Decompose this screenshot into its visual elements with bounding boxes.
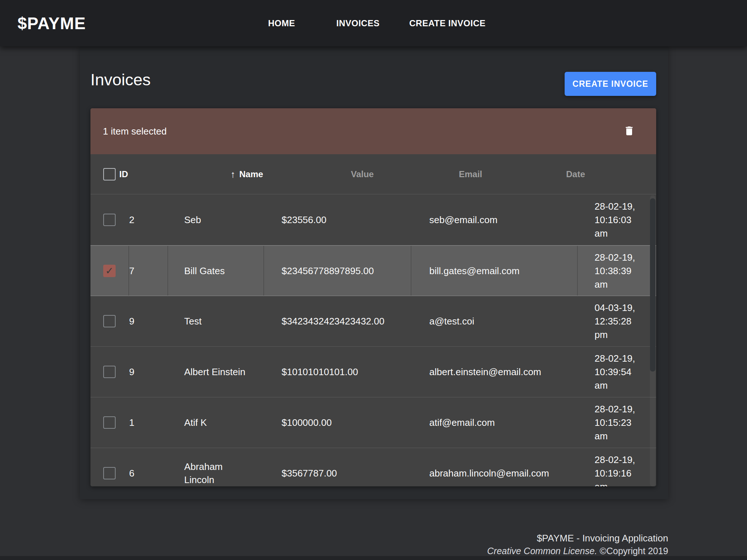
nav-item-create-invoice[interactable]: CREATE INVOICE	[409, 0, 485, 46]
table-row[interactable]: ✓ 7 Bill Gates $23456778897895.00 bill.g…	[90, 245, 656, 296]
cell-date: 04-03-19,12:35:28pm	[595, 301, 640, 342]
cell-name: Seb	[184, 213, 249, 226]
delete-selected-button[interactable]	[618, 108, 640, 154]
sort-ascending-icon: ↑	[231, 168, 235, 180]
table-row[interactable]: 1 Atif K $100000.00 atif@email.com 28-02…	[90, 397, 656, 448]
cell-value: $100000.00	[282, 417, 332, 428]
page-title: Invoices	[90, 70, 151, 89]
cell-date: 28-02-19,10:16:03am	[595, 200, 640, 240]
row-checkbox[interactable]	[103, 416, 116, 429]
column-divider	[263, 246, 264, 296]
nav-item-invoices[interactable]: INVOICES	[336, 0, 380, 46]
selection-banner: 1 item selected	[90, 108, 656, 154]
invoices-table-paper: 1 item selected ID ↑ Name Value Email Da…	[90, 108, 656, 486]
cell-value: $3567787.00	[282, 468, 337, 479]
column-header-name[interactable]: ↑ Name	[231, 168, 263, 180]
column-header-value[interactable]: Value	[351, 169, 374, 179]
table-row[interactable]: 9 Albert Einstein $10101010101.00 albert…	[90, 347, 656, 397]
nav-item-home[interactable]: HOME	[268, 0, 295, 46]
table-row[interactable]: 2 Seb $23556.00 seb@email.com 28-02-19,1…	[90, 195, 656, 245]
cell-id: 9	[129, 366, 134, 378]
column-header-id[interactable]: ID	[119, 169, 128, 179]
top-navbar: $PAYME HOME INVOICES CREATE INVOICE	[0, 0, 747, 46]
column-divider	[411, 246, 411, 296]
footer-copyright-text: ©Copyright 2019	[597, 546, 668, 556]
cell-date: 28-02-19,10:38:39am	[595, 250, 640, 291]
selection-count-label: 1 item selected	[103, 126, 167, 137]
row-checkbox[interactable]: ✓	[103, 265, 116, 277]
table-body: 2 Seb $23556.00 seb@email.com 28-02-19,1…	[90, 195, 656, 486]
cell-date: 28-02-19,10:15:23am	[595, 402, 640, 443]
column-header-email[interactable]: Email	[459, 169, 482, 179]
row-checkbox[interactable]	[103, 467, 116, 479]
row-checkbox[interactable]	[103, 315, 116, 327]
trash-icon	[623, 124, 635, 139]
create-invoice-button[interactable]: CREATE INVOICE	[565, 72, 656, 96]
row-checkbox[interactable]	[103, 214, 116, 226]
cell-value: $23556.00	[282, 214, 326, 226]
cell-id: 7	[129, 265, 134, 276]
table-row[interactable]: 9 Test $3423432423423432.00 a@test.coi 0…	[90, 296, 656, 347]
select-all-checkbox[interactable]	[103, 168, 116, 180]
cell-id: 9	[129, 316, 134, 327]
cell-date: 28-02-19,10:19:16am	[595, 453, 640, 487]
app-logo[interactable]: $PAYME	[18, 0, 86, 46]
column-divider	[128, 246, 129, 296]
table-scrollbar-thumb[interactable]	[650, 198, 655, 372]
cell-value: $23456778897895.00	[282, 265, 374, 276]
cell-name: Bill Gates	[184, 264, 249, 277]
page-footer: $PAYME - Invoicing Application Creative …	[487, 532, 668, 557]
cell-email: bill.gates@email.com	[429, 265, 519, 276]
invoices-card: Invoices CREATE INVOICE 1 item selected …	[80, 46, 668, 499]
cell-date: 28-02-19,10:39:54am	[595, 352, 640, 392]
cell-value: $3423432423423432.00	[282, 316, 384, 327]
column-divider	[167, 246, 168, 296]
cell-email: abraham.lincoln@email.com	[429, 468, 549, 479]
column-divider	[577, 246, 578, 296]
cell-id: 6	[129, 468, 134, 479]
cell-name: Albert Einstein	[184, 365, 249, 378]
footer-license-line: Creative Common License. ©Copyright 2019	[487, 545, 668, 557]
cell-value: $10101010101.00	[282, 366, 358, 378]
row-checkbox[interactable]	[103, 366, 116, 378]
cell-email: a@test.coi	[429, 316, 474, 327]
table-header-row: ID ↑ Name Value Email Date	[90, 154, 656, 194]
column-header-date[interactable]: Date	[566, 169, 585, 179]
cell-email: seb@email.com	[429, 214, 498, 226]
footer-app-name: $PAYME - Invoicing Application	[487, 532, 668, 545]
footer-license-text: Creative Common License.	[487, 546, 597, 556]
table-row[interactable]: 6 Abraham Lincoln $3567787.00 abraham.li…	[90, 448, 656, 486]
cell-name: Atif K	[184, 416, 249, 429]
cell-email: atif@email.com	[429, 417, 495, 428]
cell-id: 1	[129, 417, 134, 428]
cell-name: Test	[184, 315, 249, 328]
column-header-name-label: Name	[239, 169, 263, 179]
cell-name: Abraham Lincoln	[184, 460, 249, 486]
cell-email: albert.einstein@email.com	[429, 366, 541, 378]
cell-id: 2	[129, 214, 134, 226]
